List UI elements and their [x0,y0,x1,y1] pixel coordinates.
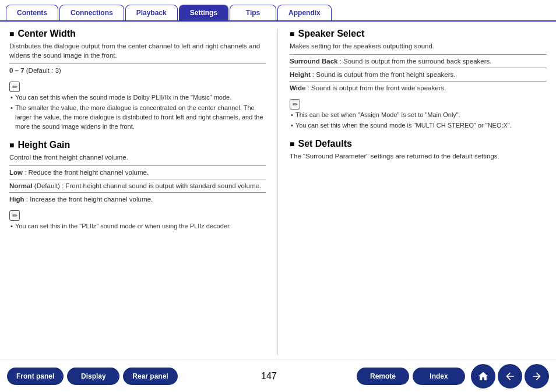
rear-panel-button[interactable]: Rear panel [123,368,177,385]
speaker-select-notes: ✏ This can be set when "Assign Mode" is … [290,99,547,130]
center-width-note-1: The smaller the value, the more dialogue… [9,104,266,132]
height-gain-key-1: Normal [9,182,33,189]
forward-button[interactable] [525,364,549,389]
height-gain-key-0: Low [9,169,23,176]
remote-button[interactable]: Remote [357,368,409,385]
center-width-notes: ✏ You can set this when the sound mode i… [9,82,266,132]
note-pencil-icon-1: ✏ [9,82,20,92]
back-button[interactable] [498,364,522,389]
bottom-right: Remote Index [357,364,549,389]
height-gain-row-2: High : Increase the front height channel… [9,192,266,206]
speaker-select-val-2: : Sound is output from the front wide sp… [305,84,446,91]
center-width-row-0: 0 – 7 (Default : 3) [9,63,266,77]
set-defaults-title: Set Defaults [290,139,547,149]
tab-tips[interactable]: Tips [230,5,276,20]
speaker-select-key-2: Wide [290,84,305,91]
speaker-select-val-1: : Sound is output from the front height … [311,71,456,78]
center-width-note-0: You can set this when the sound mode is … [9,93,266,103]
page-number: 147 [191,371,347,382]
height-gain-notes: ✏ You can set this in the "PLIIz" sound … [9,210,266,231]
height-gain-section: Height Gain Control the front height cha… [9,140,266,231]
speaker-select-val-0: : Sound is output from the surround back… [337,58,491,65]
speaker-select-row-0: Surround Back : Sound is output from the… [290,54,547,68]
speaker-select-desc: Makes setting for the speakers outputtin… [290,41,547,51]
center-width-title: Center Width [9,29,266,39]
tab-playback[interactable]: Playback [125,5,178,20]
tabs-bar: Contents Connections Playback Settings T… [0,0,556,22]
height-gain-desc: Control the front height channel volume. [9,153,266,162]
speaker-select-title: Speaker Select [290,29,547,39]
height-gain-title: Height Gain [9,140,266,150]
speaker-select-row-1: Height : Sound is output from the front … [290,68,547,81]
left-column: Center Width Distributes the dialogue ou… [9,29,278,355]
speaker-select-key-1: Height [290,71,311,78]
speaker-select-row-2: Wide : Sound is output from the front wi… [290,81,547,94]
tab-settings[interactable]: Settings [179,5,228,20]
front-panel-button[interactable]: Front panel [7,368,64,385]
note-pencil-icon-2: ✏ [9,210,20,221]
note-pencil-icon-3: ✏ [290,99,300,110]
tab-contents[interactable]: Contents [6,5,58,20]
height-gain-note-0: You can set this in the "PLIIz" sound mo… [9,222,266,231]
speaker-select-note-0: This can be set when "Assign Mode" is se… [290,111,547,120]
set-defaults-desc: The "Surround Parameter" settings are re… [290,151,547,161]
height-gain-key-2: High [9,196,24,203]
height-gain-row-1: Normal (Default) : Front height channel … [9,179,266,192]
bottom-left: Front panel Display Rear panel [7,368,181,385]
display-button[interactable]: Display [67,368,119,385]
height-gain-val-0: : Reduce the front height channel volume… [23,169,149,176]
bottom-bar: Front panel Display Rear panel 147 Remot… [0,359,556,392]
center-width-val-0: (Default : 3) [24,67,61,74]
bottom-center: 147 [181,371,357,382]
height-gain-val-2: : Increase the front height channel volu… [24,196,153,203]
center-width-key-0: 0 – 7 [9,67,24,74]
height-gain-row-0: Low : Reduce the front height channel vo… [9,165,266,179]
speaker-select-note-1: You can set this when the sound mode is … [290,121,547,130]
center-width-desc: Distributes the dialogue output from the… [9,41,266,60]
height-gain-val-1: (Default) : Front height channel sound i… [33,182,262,189]
set-defaults-section: Set Defaults The "Surround Parameter" se… [290,139,547,161]
main-content: Center Width Distributes the dialogue ou… [0,22,556,355]
tab-appendix[interactable]: Appendix [277,5,332,20]
home-button[interactable] [471,364,495,389]
right-column: Speaker Select Makes setting for the spe… [278,29,547,355]
tab-connections[interactable]: Connections [59,5,124,20]
index-button[interactable]: Index [413,368,465,385]
speaker-select-key-0: Surround Back [290,58,337,65]
